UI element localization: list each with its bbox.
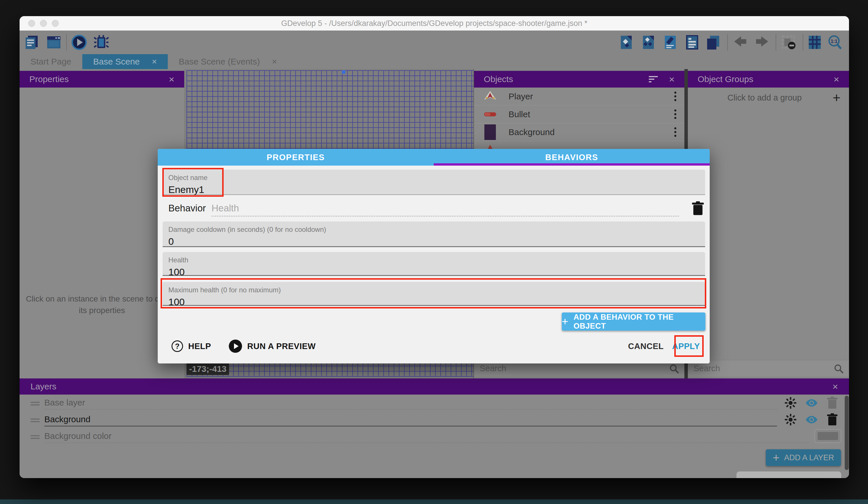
filter-icon[interactable] [649,74,659,84]
drag-handle-icon[interactable] [31,417,40,424]
svg-text:1:1: 1:1 [830,39,837,44]
gdevelop-window: GDevelop 5 - /Users/dkarakay/Documents/G… [20,16,849,478]
object-menu-icon[interactable] [674,92,676,101]
edit-scene-icon[interactable] [662,34,678,50]
objects-group-doc-icon[interactable] [641,34,656,50]
search-icon [669,363,679,374]
layer-row-background[interactable]: Background [20,411,849,428]
behavior-name-value[interactable]: Health [211,203,239,214]
delete-behavior-icon[interactable] [692,201,704,216]
plus-icon: + [562,315,568,328]
add-group-row[interactable]: Click to add a group + [688,88,849,108]
delete-layer-icon[interactable] [826,413,839,426]
background-color-swatch[interactable] [815,429,841,443]
behavior-name-underline [211,216,679,216]
help-icon: ? [172,340,183,352]
drag-handle-icon[interactable] [31,400,40,407]
toolbar-separator [66,34,67,51]
help-button[interactable]: ? HELP [172,339,211,353]
object-name-field[interactable]: Object name Enemy1 [163,170,705,195]
close-icon[interactable]: × [832,381,838,392]
layer-name-underline [44,426,777,426]
object-groups-panel-title: Object Groups [698,74,753,84]
object-row-player[interactable]: Player [474,88,684,105]
objects-search-input[interactable] [479,363,669,374]
mask-toggle-icon[interactable] [782,34,797,50]
layer-effects-icon[interactable] [784,396,797,409]
layer-row-base[interactable]: Base layer [20,395,849,411]
field-value: 0 [168,236,699,247]
debug-icon[interactable] [94,34,109,50]
objects-panel-header: Objects × [474,71,684,88]
add-lighting-layer-menu-item[interactable]: + ADD LIGHTING LAYER [736,472,841,478]
object-menu-icon[interactable] [674,127,676,137]
object-row-bullet[interactable]: Bullet [474,105,684,123]
properties-panel-title: Properties [29,74,69,84]
tab-base-scene[interactable]: Base Scene× [82,54,168,69]
scene-window-icon[interactable] [46,34,62,50]
instance-handle[interactable] [342,70,345,74]
instances-copy-icon[interactable] [705,34,721,50]
editor-tab-bar: Start Page Base Scene× Base Scene (Event… [20,54,849,69]
properties-empty-text: Click on an instance in the scene to d [26,294,159,304]
object-editor-dialog: PROPERTIES BEHAVIORS Object name Enemy1 … [158,149,710,363]
layer-name[interactable]: Background [44,414,90,424]
object-menu-icon[interactable] [674,109,676,119]
project-manager-icon[interactable] [24,34,39,50]
behavior-name-row[interactable]: Behavior Health [168,202,699,216]
health-field[interactable]: Health 100 [163,252,705,276]
play-icon [229,340,242,353]
grid-toggle-icon[interactable] [807,34,823,50]
main-toolbar: 1:1 [20,31,849,54]
zoom-1-1-icon[interactable]: 1:1 [827,34,843,50]
add-group-icon[interactable]: + [833,90,840,105]
field-label: Damage cooldown (in seconds) (0 for no c… [168,225,699,234]
tab-start-page[interactable]: Start Page [20,54,82,69]
desktop-strip [0,500,868,504]
field-label: Object name [168,174,699,182]
damage-cooldown-field[interactable]: Damage cooldown (in seconds) (0 for no c… [163,221,705,247]
preview-play-icon[interactable] [71,34,87,50]
desktop-background: GDevelop 5 - /Users/dkarakay/Documents/G… [0,0,868,504]
background-icon [482,124,498,140]
active-tab-indicator [434,163,710,165]
add-behavior-button[interactable]: + ADD A BEHAVIOR TO THE OBJECT [562,312,705,331]
tab-base-scene-events[interactable]: Base Scene (Events)× [168,54,288,69]
layer-visibility-icon[interactable] [805,413,818,426]
layer-visibility-icon[interactable] [805,396,818,409]
add-group-label: Click to add a group [696,93,833,102]
annotation-object-name [162,168,224,197]
close-tab-icon[interactable]: × [272,57,277,67]
object-groups-list: Click to add a group + [688,88,849,360]
behavior-label: Behavior [168,203,206,214]
annotation-maximum-health [161,278,706,309]
layer-name[interactable]: Background color [44,431,111,441]
object-name: Bullet [508,109,674,119]
layer-name[interactable]: Base layer [44,398,85,407]
add-layer-button[interactable]: + ADD A LAYER [766,449,841,466]
layer-effects-icon[interactable] [784,413,797,426]
run-preview-button[interactable]: RUN A PREVIEW [229,339,316,353]
close-icon[interactable]: × [669,74,675,85]
scrollbar[interactable] [845,396,849,470]
window-title: GDevelop 5 - /Users/dkarakay/Documents/G… [20,16,849,31]
object-doc-icon[interactable] [619,34,634,50]
close-icon[interactable]: × [834,74,839,85]
redo-icon[interactable] [754,34,770,50]
delete-layer-icon[interactable] [826,396,839,409]
object-groups-search-input[interactable] [693,363,834,374]
drag-handle-icon[interactable] [31,434,40,440]
close-tab-icon[interactable]: × [152,57,157,67]
tab-properties[interactable]: PROPERTIES [158,149,434,165]
close-icon[interactable]: × [169,74,174,85]
cancel-button[interactable]: CANCEL [628,339,664,353]
layer-name-underline [44,442,809,443]
plus-icon: + [741,475,747,478]
field-value: 100 [168,266,699,278]
properties-list-icon[interactable] [684,34,700,50]
undo-icon[interactable] [732,34,748,50]
object-row-background[interactable]: Background [474,123,684,141]
layer-row-background-color[interactable]: Background color [20,428,849,445]
field-label: Health [168,256,699,264]
layer-name-underline [44,409,777,410]
